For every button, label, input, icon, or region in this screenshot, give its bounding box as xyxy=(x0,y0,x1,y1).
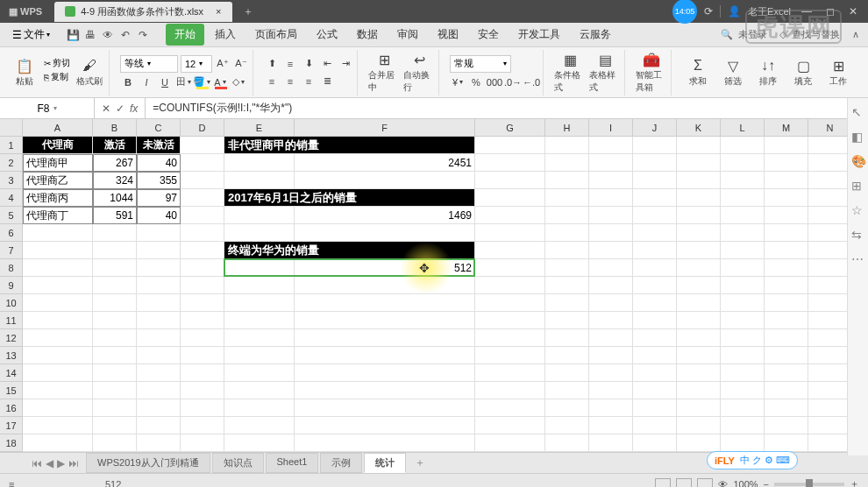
filter-button[interactable]: ▽筛选 xyxy=(717,57,749,88)
document-tab[interactable]: 4-9 用函数做多条件计数.xlsx × xyxy=(54,2,231,22)
page-break-view-icon[interactable] xyxy=(697,478,713,488)
menu-tab-8[interactable]: 开发工具 xyxy=(509,24,569,46)
table1-cell-2-0[interactable]: 代理商丙 xyxy=(23,189,93,207)
select-all-corner[interactable] xyxy=(0,119,23,136)
font-color-button[interactable]: A xyxy=(212,74,228,90)
align-bottom-icon[interactable]: ⬇ xyxy=(301,56,317,72)
fill-color-button[interactable]: 🪣 xyxy=(194,74,210,90)
task-pane-icon[interactable]: ◧ xyxy=(851,130,865,144)
menu-tab-9[interactable]: 云服务 xyxy=(571,24,620,46)
table1-cell-2-1[interactable]: 1044 xyxy=(93,189,137,207)
select-object-icon[interactable]: ↖ xyxy=(851,105,865,119)
user-label[interactable]: 老王Excel xyxy=(748,5,791,18)
row-header-6[interactable]: 6 xyxy=(0,224,23,242)
work-button[interactable]: ⊞工作 xyxy=(822,57,854,88)
ime-bubble[interactable]: iFLY 中 ク ⚙ ⌨ xyxy=(707,451,798,469)
row-header-7[interactable]: 7 xyxy=(0,242,23,259)
align-middle-icon[interactable]: ≡ xyxy=(282,56,298,72)
normal-view-icon[interactable] xyxy=(655,478,671,488)
fx-icon[interactable]: fx xyxy=(130,102,138,115)
table1-cell-1-1[interactable]: 324 xyxy=(93,172,137,189)
menu-tab-3[interactable]: 公式 xyxy=(308,24,346,46)
row-header-13[interactable]: 13 xyxy=(0,347,23,364)
sheet-tab-3[interactable]: 示例 xyxy=(320,453,362,473)
table-style-button[interactable]: ▤表格样式 xyxy=(589,51,621,94)
currency-icon[interactable]: ¥ xyxy=(450,74,466,90)
maximize-button[interactable]: ◻ xyxy=(822,4,838,19)
row-header-8[interactable]: 8 xyxy=(0,259,23,277)
menu-tab-0[interactable]: 开始 xyxy=(166,24,204,46)
menu-tab-7[interactable]: 安全 xyxy=(469,24,508,46)
format-painter-button[interactable]: 🖌格式刷 xyxy=(74,57,105,88)
minimize-button[interactable]: — xyxy=(798,4,815,19)
justify-icon[interactable]: ≣ xyxy=(319,74,335,89)
cut-button[interactable]: ✂ 剪切 xyxy=(44,57,70,69)
close-tab-icon[interactable]: × xyxy=(216,6,221,17)
cancel-formula-icon[interactable]: ✕ xyxy=(102,102,110,115)
align-top-icon[interactable]: ⬆ xyxy=(264,56,280,72)
row-header-4[interactable]: 4 xyxy=(0,189,23,207)
italic-button[interactable]: I xyxy=(139,74,154,90)
name-box[interactable]: F8▾ xyxy=(0,98,95,118)
zoom-label[interactable]: 100% xyxy=(733,479,758,488)
undo-icon[interactable]: ↶ xyxy=(118,28,132,42)
formula-input[interactable]: =COUNTIFS(示例!I:I,"*华为*") xyxy=(146,99,868,117)
add-tab-button[interactable]: ＋ xyxy=(238,3,259,21)
wrap-button[interactable]: ↩自动换行 xyxy=(403,51,435,94)
percent-icon[interactable]: % xyxy=(468,74,484,90)
block-header-2[interactable]: 终端为华为的销量 xyxy=(224,242,475,259)
sum-button[interactable]: Σ求和 xyxy=(682,57,714,88)
bold-button[interactable]: B xyxy=(120,74,136,90)
col-header-A[interactable]: A xyxy=(23,119,93,136)
row-header-18[interactable]: 18 xyxy=(0,434,23,452)
first-sheet-icon[interactable]: ⏮ xyxy=(32,457,42,469)
block-value-1[interactable]: 1469 xyxy=(295,207,475,224)
number-format-select[interactable]: 常规▾ xyxy=(450,55,511,73)
block-value-2[interactable]: 512 xyxy=(295,259,475,277)
sheet-menu-icon[interactable]: ≡ xyxy=(9,479,14,488)
col-header-F[interactable]: F xyxy=(295,119,475,136)
grid[interactable]: 代理商激活未激活代理商甲26740代理商乙324355代理商丙104497代理商… xyxy=(23,137,868,452)
col-header-C[interactable]: C xyxy=(137,119,181,136)
table1-cell-2-2[interactable]: 97 xyxy=(137,189,181,207)
sort-button[interactable]: ↓↑排序 xyxy=(752,57,784,88)
close-button[interactable]: ✕ xyxy=(845,4,861,19)
decrease-decimal-icon[interactable]: ←.0 xyxy=(523,74,539,90)
backup-icon[interactable]: ⊞ xyxy=(851,179,865,193)
clock-badge[interactable]: 14:05 xyxy=(672,0,697,24)
table1-cell-3-0[interactable]: 代理商丁 xyxy=(23,207,93,224)
next-sheet-icon[interactable]: ▶ xyxy=(57,457,65,469)
col-header-L[interactable]: L xyxy=(721,119,765,136)
row-header-2[interactable]: 2 xyxy=(0,154,23,172)
clear-format-button[interactable]: ◇ xyxy=(231,74,246,90)
paste-button[interactable]: 📋粘贴 xyxy=(9,57,40,88)
copy-button[interactable]: ⎘ 复制 xyxy=(44,71,70,83)
col-header-B[interactable]: B xyxy=(93,119,137,136)
font-name-select[interactable]: 等线▾ xyxy=(120,55,178,73)
col-header-M[interactable]: M xyxy=(765,119,808,136)
row-header-10[interactable]: 10 xyxy=(0,294,23,312)
table1-header-0[interactable]: 代理商 xyxy=(23,137,93,154)
print-icon[interactable]: 🖶 xyxy=(83,28,97,42)
user-avatar-icon[interactable]: 👤 xyxy=(728,5,741,18)
prev-sheet-icon[interactable]: ◀ xyxy=(46,457,53,469)
table1-cell-3-2[interactable]: 40 xyxy=(137,207,181,224)
menu-tab-2[interactable]: 页面布局 xyxy=(246,24,306,46)
block-header-0[interactable]: 非代理商甲的销量 xyxy=(224,137,475,154)
last-sheet-icon[interactable]: ⏭ xyxy=(68,457,79,469)
col-header-I[interactable]: I xyxy=(589,119,633,136)
increase-decimal-icon[interactable]: .0→ xyxy=(505,74,521,90)
sheet-tab-4[interactable]: 统计 xyxy=(364,453,406,473)
zoom-in-button[interactable]: ＋ xyxy=(850,477,859,487)
underline-button[interactable]: U xyxy=(157,74,173,90)
menu-tab-6[interactable]: 视图 xyxy=(429,24,467,46)
preview-icon[interactable]: 👁 xyxy=(101,28,115,42)
row-header-16[interactable]: 16 xyxy=(0,399,23,417)
row-header-5[interactable]: 5 xyxy=(0,207,23,224)
sheet-tab-2[interactable]: Sheet1 xyxy=(266,453,319,473)
table1-header-1[interactable]: 激活 xyxy=(93,137,137,154)
table1-cell-1-0[interactable]: 代理商乙 xyxy=(23,172,93,189)
row-header-14[interactable]: 14 xyxy=(0,364,23,382)
smart-tools-button[interactable]: 🧰智能工具箱 xyxy=(636,51,667,94)
comma-icon[interactable]: 000 xyxy=(487,74,502,90)
